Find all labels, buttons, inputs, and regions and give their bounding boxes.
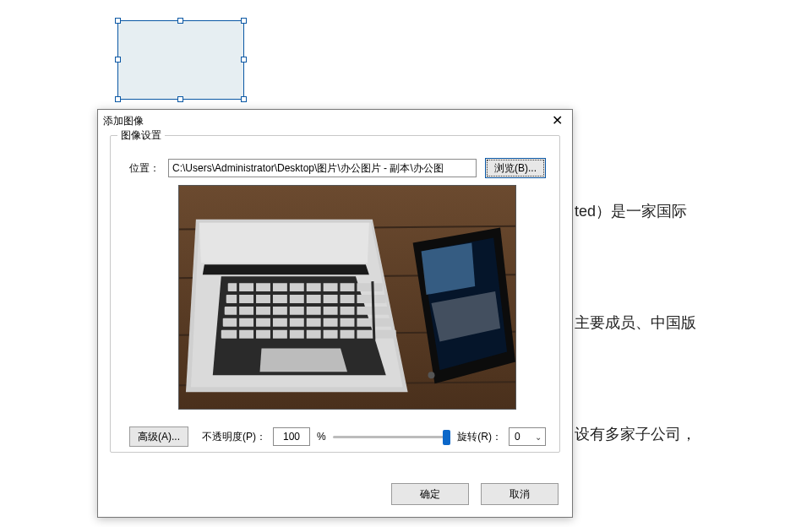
background-document-text: ted）是一家国际 主要成员、中国版 设有多家子公司， 世界 200 多个国家 … (575, 118, 803, 527)
path-input[interactable]: C:\Users\Administrator\Desktop\图片\办公图片 -… (168, 159, 477, 177)
rotate-select[interactable]: 0 ⌄ (509, 427, 546, 446)
slider-track (333, 436, 451, 438)
svg-point-29 (428, 372, 435, 378)
svg-rect-11 (223, 318, 393, 327)
rotate-value: 0 (515, 431, 520, 443)
location-row: 位置： C:\Users\Administrator\Desktop\图片\办公… (129, 158, 546, 178)
opacity-input[interactable]: 100 (273, 427, 310, 446)
dialog-actions: 确定 取消 (391, 483, 559, 505)
browse-button[interactable]: 浏览(B)... (485, 158, 546, 178)
resize-handle[interactable] (177, 96, 183, 102)
rotate-label: 旋转(R)： (457, 430, 502, 444)
chevron-down-icon: ⌄ (535, 432, 542, 442)
location-label: 位置： (129, 161, 160, 176)
resize-handle[interactable] (241, 96, 247, 102)
opacity-label: 不透明度(P)： (202, 430, 266, 444)
selected-image-placeholder[interactable] (117, 20, 244, 100)
percent-sign: % (317, 431, 326, 443)
image-settings-fieldset: 图像设置 位置： C:\Users\Administrator\Desktop\… (110, 135, 560, 453)
svg-marker-22 (260, 349, 347, 372)
controls-row: 高级(A)... 不透明度(P)： 100 % 旋转(R)： 0 ⌄ (129, 426, 546, 447)
svg-marker-23 (203, 264, 369, 274)
resize-handle[interactable] (115, 18, 121, 24)
image-preview (178, 185, 516, 410)
dialog-titlebar[interactable]: 添加图像 ✕ (98, 110, 572, 132)
svg-marker-24 (199, 223, 369, 264)
bg-line: ted）是一家国际 (575, 193, 803, 230)
dialog-title: 添加图像 (103, 114, 547, 128)
cancel-button[interactable]: 取消 (481, 483, 559, 505)
resize-handle[interactable] (241, 18, 247, 24)
add-image-dialog: 添加图像 ✕ 图像设置 位置： C:\Users\Administrator\D… (97, 109, 573, 518)
bg-line: 主要成员、中国版 (575, 304, 803, 341)
resize-handle[interactable] (241, 57, 247, 62)
svg-rect-10 (225, 307, 390, 315)
advanced-button[interactable]: 高级(A)... (129, 426, 188, 447)
svg-rect-12 (221, 330, 396, 339)
svg-line-21 (373, 281, 374, 340)
fieldset-legend: 图像设置 (117, 128, 165, 143)
slider-thumb[interactable] (443, 430, 450, 445)
close-button[interactable]: ✕ (547, 112, 567, 129)
preview-illustration (179, 186, 515, 409)
ok-button[interactable]: 确定 (391, 483, 469, 505)
resize-handle[interactable] (115, 57, 121, 62)
resize-handle[interactable] (115, 96, 121, 102)
bg-line: 设有多家子公司， (575, 416, 803, 453)
opacity-slider[interactable] (333, 428, 451, 445)
svg-marker-27 (422, 242, 476, 295)
resize-handle[interactable] (177, 18, 183, 24)
